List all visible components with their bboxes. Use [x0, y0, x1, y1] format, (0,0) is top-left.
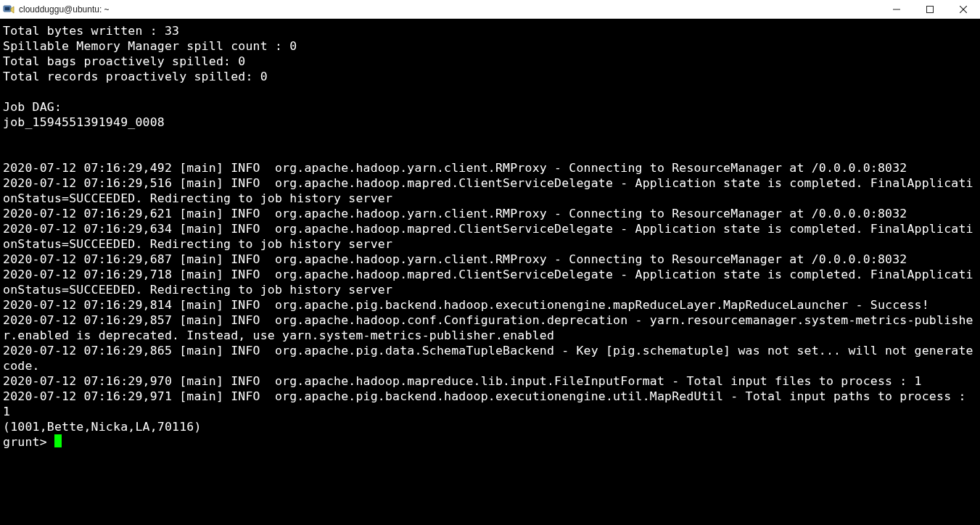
terminal-line: 2020-07-12 07:16:29,857 [main] INFO org.… [3, 313, 977, 343]
terminal-line: 2020-07-12 07:16:29,634 [main] INFO org.… [3, 221, 977, 252]
terminal-line: Total bags proactively spilled: 0 [3, 54, 977, 69]
terminal-line: 2020-07-12 07:16:29,718 [main] INFO org.… [3, 267, 977, 297]
window-title: cloudduggu@ubuntu: ~ [19, 4, 110, 15]
terminal-line: 2020-07-12 07:16:29,814 [main] INFO org.… [3, 297, 977, 313]
svg-rect-1 [5, 7, 10, 10]
terminal-cursor [54, 434, 62, 447]
terminal-line: Spillable Memory Manager spill count : 0 [3, 38, 977, 54]
terminal-line: 2020-07-12 07:16:29,687 [main] INFO org.… [3, 252, 977, 267]
close-button[interactable] [947, 0, 980, 19]
terminal-line: 2020-07-12 07:16:29,865 [main] INFO org.… [3, 343, 977, 373]
terminal-line: 2020-07-12 07:16:29,970 [main] INFO org.… [3, 373, 977, 389]
window-titlebar: cloudduggu@ubuntu: ~ [0, 0, 980, 19]
terminal-prompt-line: grunt> [3, 434, 977, 450]
terminal-area[interactable]: Total bytes written : 33Spillable Memory… [0, 19, 980, 525]
terminal-line: 2020-07-12 07:16:29,971 [main] INFO org.… [3, 389, 977, 419]
svg-rect-3 [927, 6, 934, 12]
terminal-line [3, 84, 977, 99]
putty-icon [3, 4, 15, 15]
terminal-prompt: grunt> [3, 435, 54, 449]
terminal-line [3, 145, 977, 160]
terminal-line: Total records proactively spilled: 0 [3, 69, 977, 84]
terminal-line: 2020-07-12 07:16:29,492 [main] INFO org.… [3, 160, 977, 175]
terminal-line: (1001,Bette,Nicka,LA,70116) [3, 419, 977, 434]
terminal-line: Job DAG: [3, 99, 977, 115]
terminal-line: 2020-07-12 07:16:29,621 [main] INFO org.… [3, 206, 977, 221]
terminal-line [3, 130, 977, 145]
terminal-line: Total bytes written : 33 [3, 23, 977, 38]
minimize-button[interactable] [880, 0, 913, 19]
terminal-line: 2020-07-12 07:16:29,516 [main] INFO org.… [3, 175, 977, 206]
terminal-line: job_1594551391949_0008 [3, 115, 977, 130]
maximize-button[interactable] [913, 0, 947, 19]
